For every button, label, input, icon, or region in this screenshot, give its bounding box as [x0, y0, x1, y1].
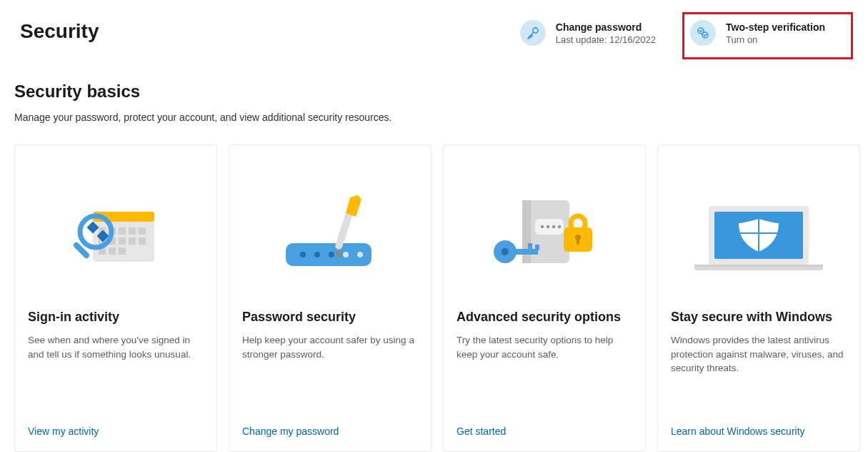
svg-rect-17 [119, 247, 126, 255]
card-title: Sign-in activity [28, 310, 204, 325]
two-step-sub: Turn on [726, 34, 825, 45]
section-subtitle: Manage your password, protect your accou… [14, 112, 854, 123]
password-security-illustration [242, 159, 418, 288]
card-grid: Sign-in activity See when and where you'… [14, 144, 854, 452]
header-actions: Change password Last update: 12/16/2022 [520, 20, 854, 46]
svg-rect-14 [139, 237, 146, 245]
svg-point-41 [502, 248, 509, 255]
two-step-verification-action[interactable]: Two-step verification Turn on [689, 19, 847, 53]
card-desc: See when and where you've signed in and … [28, 333, 204, 426]
svg-point-27 [357, 252, 363, 257]
svg-rect-40 [535, 245, 539, 250]
svg-rect-9 [139, 227, 146, 235]
page-title: Security [20, 20, 99, 43]
svg-point-26 [343, 252, 349, 257]
card-windows-security: Stay secure with Windows Windows provide… [657, 144, 860, 452]
svg-rect-12 [119, 237, 126, 245]
learn-windows-security-link[interactable]: Learn about Windows security [671, 426, 847, 437]
svg-rect-45 [577, 239, 579, 245]
card-title: Advanced security options [457, 310, 632, 325]
card-desc: Try the latest security options to help … [457, 333, 632, 426]
key-icon [520, 20, 546, 46]
svg-rect-39 [528, 243, 532, 250]
two-step-icon [690, 20, 716, 46]
svg-rect-38 [512, 249, 538, 255]
signin-activity-illustration [28, 159, 204, 288]
windows-security-illustration [671, 159, 847, 288]
svg-point-35 [552, 225, 556, 229]
svg-rect-8 [129, 227, 136, 235]
change-password-label: Change password [556, 21, 656, 33]
svg-point-33 [541, 225, 544, 229]
card-desc: Help keep your account safer by using a … [242, 333, 418, 426]
advanced-security-illustration [457, 159, 632, 288]
svg-point-25 [329, 252, 334, 257]
card-title: Password security [242, 310, 418, 325]
card-password-security: Password security Help keep your account… [229, 144, 431, 452]
svg-rect-7 [119, 227, 126, 235]
change-my-password-link[interactable]: Change my password [242, 426, 418, 437]
get-started-link[interactable]: Get started [457, 426, 632, 437]
card-signin-activity: Sign-in activity See when and where you'… [14, 144, 217, 452]
card-advanced-security: Advanced security options Try the latest… [443, 144, 646, 452]
card-desc: Windows provides the latest antivirus pr… [671, 333, 847, 426]
change-password-action[interactable]: Change password Last update: 12/16/2022 [520, 20, 656, 46]
svg-point-36 [558, 225, 562, 229]
svg-point-23 [300, 252, 306, 257]
svg-rect-49 [694, 265, 823, 267]
change-password-sub: Last update: 12/16/2022 [556, 34, 656, 45]
svg-point-34 [547, 225, 550, 229]
svg-rect-13 [129, 237, 136, 245]
section-title: Security basics [14, 82, 854, 102]
svg-point-24 [314, 252, 320, 257]
svg-rect-16 [109, 247, 116, 255]
two-step-label: Two-step verification [726, 21, 825, 33]
svg-rect-43 [571, 216, 585, 232]
card-title: Stay secure with Windows [671, 310, 847, 325]
view-my-activity-link[interactable]: View my activity [28, 426, 204, 437]
